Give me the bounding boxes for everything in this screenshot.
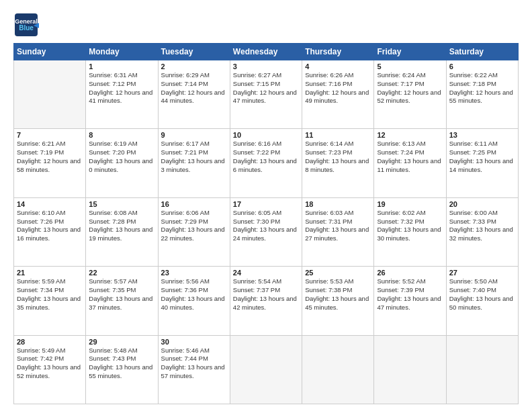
day-info: Sunrise: 6:14 AMSunset: 7:23 PMDaylight:…: [305, 140, 371, 174]
calendar-week-row: 14Sunrise: 6:10 AMSunset: 7:26 PMDayligh…: [14, 197, 519, 266]
logo: General Blue: [13, 12, 39, 38]
calendar-cell: 1Sunrise: 6:31 AMSunset: 7:12 PMDaylight…: [86, 60, 158, 129]
calendar-week-row: 1Sunrise: 6:31 AMSunset: 7:12 PMDaylight…: [14, 60, 519, 129]
calendar-cell: 11Sunrise: 6:14 AMSunset: 7:23 PMDayligh…: [302, 129, 374, 197]
day-number: 18: [305, 200, 371, 208]
calendar-week-row: 7Sunrise: 6:21 AMSunset: 7:19 PMDaylight…: [14, 129, 519, 197]
calendar-cell: 13Sunrise: 6:11 AMSunset: 7:25 PMDayligh…: [446, 129, 518, 197]
header: General Blue: [13, 12, 519, 38]
calendar-cell: 12Sunrise: 6:13 AMSunset: 7:24 PMDayligh…: [374, 129, 446, 197]
calendar-cell: 28Sunrise: 5:49 AMSunset: 7:42 PMDayligh…: [14, 335, 86, 404]
calendar-cell: 20Sunrise: 6:00 AMSunset: 7:33 PMDayligh…: [446, 197, 518, 266]
day-info: Sunrise: 5:57 AMSunset: 7:35 PMDaylight:…: [89, 277, 154, 312]
day-info: Sunrise: 6:24 AMSunset: 7:17 PMDaylight:…: [377, 71, 443, 105]
day-info: Sunrise: 5:48 AMSunset: 7:43 PMDaylight:…: [89, 347, 154, 381]
day-number: 15: [89, 200, 154, 208]
calendar-day-header: Sunday: [14, 44, 86, 60]
day-number: 13: [449, 131, 515, 139]
calendar-cell: 21Sunrise: 5:59 AMSunset: 7:34 PMDayligh…: [14, 267, 86, 335]
calendar-cell: 2Sunrise: 6:29 AMSunset: 7:14 PMDaylight…: [158, 60, 230, 129]
day-number: 26: [377, 269, 443, 277]
day-info: Sunrise: 5:53 AMSunset: 7:38 PMDaylight:…: [305, 277, 371, 312]
calendar-cell: 19Sunrise: 6:02 AMSunset: 7:32 PMDayligh…: [374, 197, 446, 266]
calendar-cell: 18Sunrise: 6:03 AMSunset: 7:31 PMDayligh…: [302, 197, 374, 266]
day-info: Sunrise: 6:26 AMSunset: 7:16 PMDaylight:…: [305, 71, 371, 105]
calendar-cell: 26Sunrise: 5:52 AMSunset: 7:39 PMDayligh…: [374, 267, 446, 335]
calendar-cell: 30Sunrise: 5:46 AMSunset: 7:44 PMDayligh…: [158, 335, 230, 404]
calendar-cell: 27Sunrise: 5:50 AMSunset: 7:40 PMDayligh…: [446, 267, 518, 335]
day-info: Sunrise: 6:08 AMSunset: 7:28 PMDaylight:…: [89, 209, 154, 243]
calendar-cell: 15Sunrise: 6:08 AMSunset: 7:28 PMDayligh…: [86, 197, 158, 266]
day-info: Sunrise: 5:56 AMSunset: 7:36 PMDaylight:…: [161, 277, 227, 312]
day-info: Sunrise: 6:10 AMSunset: 7:26 PMDaylight:…: [17, 209, 83, 243]
calendar-day-header: Saturday: [446, 44, 518, 60]
calendar-week-row: 21Sunrise: 5:59 AMSunset: 7:34 PMDayligh…: [14, 267, 519, 335]
day-info: Sunrise: 6:16 AMSunset: 7:22 PMDaylight:…: [233, 140, 299, 174]
day-info: Sunrise: 6:06 AMSunset: 7:29 PMDaylight:…: [161, 209, 227, 243]
day-info: Sunrise: 6:21 AMSunset: 7:19 PMDaylight:…: [17, 140, 83, 174]
day-number: 12: [377, 131, 443, 139]
calendar-day-header: Tuesday: [158, 44, 230, 60]
day-number: 17: [233, 200, 299, 208]
day-info: Sunrise: 5:54 AMSunset: 7:37 PMDaylight:…: [233, 277, 299, 312]
day-info: Sunrise: 6:29 AMSunset: 7:14 PMDaylight:…: [161, 71, 227, 105]
day-info: Sunrise: 5:49 AMSunset: 7:42 PMDaylight:…: [17, 347, 83, 381]
calendar-cell: [302, 335, 374, 404]
day-number: 19: [377, 200, 443, 208]
calendar-cell: [446, 335, 518, 404]
day-number: 27: [449, 269, 515, 277]
day-number: 3: [233, 62, 299, 71]
day-info: Sunrise: 6:02 AMSunset: 7:32 PMDaylight:…: [377, 209, 443, 243]
day-info: Sunrise: 6:22 AMSunset: 7:18 PMDaylight:…: [449, 71, 515, 105]
day-info: Sunrise: 5:59 AMSunset: 7:34 PMDaylight:…: [17, 277, 83, 312]
day-number: 24: [233, 269, 299, 277]
day-number: 10: [233, 131, 299, 139]
day-number: 30: [161, 338, 227, 346]
day-number: 25: [305, 269, 371, 277]
calendar-cell: 3Sunrise: 6:27 AMSunset: 7:15 PMDaylight…: [230, 60, 302, 129]
calendar-table: SundayMondayTuesdayWednesdayThursdayFrid…: [13, 43, 519, 404]
calendar-cell: 6Sunrise: 6:22 AMSunset: 7:18 PMDaylight…: [446, 60, 518, 129]
day-number: 20: [449, 200, 515, 208]
calendar-cell: [374, 335, 446, 404]
day-number: 23: [161, 269, 227, 277]
calendar-day-header: Friday: [374, 44, 446, 60]
day-info: Sunrise: 5:52 AMSunset: 7:39 PMDaylight:…: [377, 277, 443, 312]
calendar-cell: 8Sunrise: 6:19 AMSunset: 7:20 PMDaylight…: [86, 129, 158, 197]
day-number: 16: [161, 200, 227, 208]
logo-icon: General Blue: [13, 12, 39, 38]
calendar-cell: 5Sunrise: 6:24 AMSunset: 7:17 PMDaylight…: [374, 60, 446, 129]
day-number: 1: [89, 62, 154, 71]
day-number: 2: [161, 62, 227, 71]
calendar-cell: 14Sunrise: 6:10 AMSunset: 7:26 PMDayligh…: [14, 197, 86, 266]
calendar-cell: 17Sunrise: 6:05 AMSunset: 7:30 PMDayligh…: [230, 197, 302, 266]
calendar-day-header: Thursday: [302, 44, 374, 60]
day-number: 11: [305, 131, 371, 139]
day-number: 5: [377, 62, 443, 71]
calendar-cell: 4Sunrise: 6:26 AMSunset: 7:16 PMDaylight…: [302, 60, 374, 129]
day-info: Sunrise: 6:05 AMSunset: 7:30 PMDaylight:…: [233, 209, 299, 243]
calendar-cell: 23Sunrise: 5:56 AMSunset: 7:36 PMDayligh…: [158, 267, 230, 335]
day-number: 4: [305, 62, 371, 71]
calendar-cell: 25Sunrise: 5:53 AMSunset: 7:38 PMDayligh…: [302, 267, 374, 335]
day-number: 6: [449, 62, 515, 71]
page: General Blue SundayMondayTuesdayWednesda…: [0, 0, 532, 411]
day-number: 7: [17, 131, 83, 139]
calendar-header-row: SundayMondayTuesdayWednesdayThursdayFrid…: [14, 44, 519, 60]
calendar-cell: 7Sunrise: 6:21 AMSunset: 7:19 PMDaylight…: [14, 129, 86, 197]
day-info: Sunrise: 6:00 AMSunset: 7:33 PMDaylight:…: [449, 209, 515, 243]
calendar-cell: [14, 60, 86, 129]
day-info: Sunrise: 6:31 AMSunset: 7:12 PMDaylight:…: [89, 71, 154, 105]
day-info: Sunrise: 6:13 AMSunset: 7:24 PMDaylight:…: [377, 140, 443, 174]
calendar-day-header: Wednesday: [230, 44, 302, 60]
day-info: Sunrise: 6:11 AMSunset: 7:25 PMDaylight:…: [449, 140, 515, 174]
day-info: Sunrise: 6:17 AMSunset: 7:21 PMDaylight:…: [161, 140, 227, 174]
calendar-cell: 24Sunrise: 5:54 AMSunset: 7:37 PMDayligh…: [230, 267, 302, 335]
day-number: 21: [17, 269, 83, 277]
calendar-cell: 16Sunrise: 6:06 AMSunset: 7:29 PMDayligh…: [158, 197, 230, 266]
day-info: Sunrise: 5:46 AMSunset: 7:44 PMDaylight:…: [161, 347, 227, 381]
calendar-cell: 10Sunrise: 6:16 AMSunset: 7:22 PMDayligh…: [230, 129, 302, 197]
day-number: 22: [89, 269, 154, 277]
day-number: 28: [17, 338, 83, 346]
day-number: 29: [89, 338, 154, 346]
